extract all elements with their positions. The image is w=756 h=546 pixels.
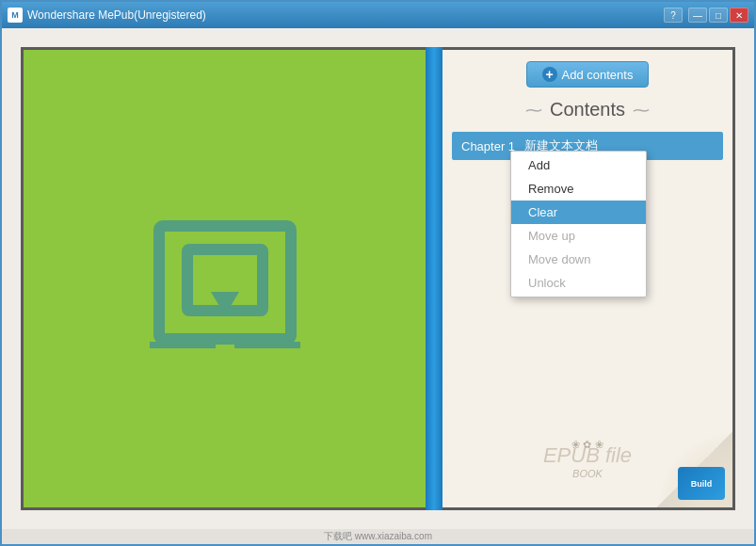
epub-text: EPUB file BOOK	[543, 443, 632, 479]
add-contents-bar: + Add contents	[442, 50, 732, 95]
context-menu-clear[interactable]: Clear	[511, 201, 646, 224]
add-contents-button[interactable]: + Add contents	[526, 61, 650, 88]
contents-heading: ⁓ Contents ⁓	[442, 95, 732, 132]
svg-rect-0	[159, 226, 291, 339]
content-area: + Add contents ⁓ Contents ⁓ Chapter 1 新建…	[2, 28, 754, 529]
context-menu-unlock: Unlock	[511, 271, 646, 295]
watermark-text: 下载吧 www.xiazaiba.com	[324, 531, 432, 541]
context-menu-move-up: Move up	[511, 224, 646, 248]
watermark-bar: 下载吧 www.xiazaiba.com	[2, 529, 754, 544]
epub-big-text: EPUB file	[543, 443, 632, 467]
minimize-button[interactable]: —	[688, 8, 707, 23]
titlebar-left: M Wondershare MePub(Unregistered)	[8, 8, 206, 23]
book-spine	[426, 47, 442, 510]
epub-small-text: BOOK	[543, 468, 632, 479]
logo-svg	[140, 207, 310, 348]
titlebar: M Wondershare MePub(Unregistered) ? — □ …	[2, 2, 754, 28]
contents-title: Contents	[550, 99, 625, 120]
context-menu-add[interactable]: Add	[511, 153, 646, 177]
book-left-page	[21, 47, 426, 510]
maximize-button[interactable]: □	[709, 8, 728, 23]
tilde-left: ⁓	[525, 100, 542, 120]
help-button[interactable]: ?	[664, 8, 683, 23]
window-title: Wondershare MePub(Unregistered)	[27, 8, 206, 22]
add-contents-label: Add contents	[562, 68, 634, 82]
plus-icon: +	[542, 67, 557, 82]
titlebar-controls[interactable]: ? — □ ✕	[664, 8, 748, 23]
close-button[interactable]: ✕	[730, 8, 748, 23]
app-window: M Wondershare MePub(Unregistered) ? — □ …	[0, 0, 756, 546]
context-menu: Add Remove Clear Move up Move down Unloc…	[510, 151, 647, 297]
book-logo	[140, 207, 310, 351]
app-icon: M	[8, 8, 23, 23]
context-menu-remove[interactable]: Remove	[511, 177, 646, 201]
chapter-label: Chapter 1	[461, 139, 515, 153]
tilde-right: ⁓	[633, 100, 650, 120]
context-menu-move-down: Move down	[511, 248, 646, 271]
build-badge: Build	[678, 467, 725, 500]
